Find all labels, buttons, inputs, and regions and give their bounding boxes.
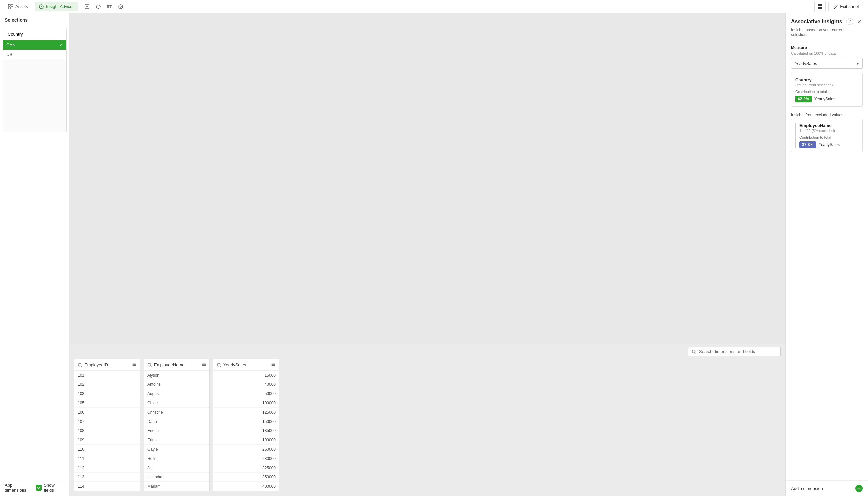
insights-close-button[interactable]: ✕ (855, 18, 863, 25)
select-tool[interactable] (82, 2, 92, 12)
insights-info-button[interactable]: ? (846, 18, 853, 25)
table-row: 150000 (214, 417, 279, 426)
svg-rect-1 (11, 4, 13, 6)
center-area: EmployeeID 101 102 103 105 106 107 108 1… (69, 13, 785, 496)
grid-view-button[interactable] (815, 1, 826, 12)
insight-advisor-tab[interactable]: Insight Advisor (35, 2, 78, 11)
current-selection-badge: 62.2% (795, 96, 812, 102)
table-row: Gayle (144, 445, 210, 454)
table-row: 105 (75, 398, 140, 408)
svg-point-6 (96, 5, 100, 8)
table-row: 103 (75, 389, 140, 398)
measure-dropdown[interactable]: YearlySales ▾ (791, 58, 863, 69)
filter-item-us[interactable]: US (3, 50, 66, 59)
excluded-card-contribution-label: Contribution to total (800, 135, 858, 139)
table-row: Darin (144, 417, 210, 426)
left-panel: Selections CAN (0, 13, 69, 496)
table-row: 190000 (214, 435, 279, 445)
svg-point-8 (119, 5, 123, 9)
svg-rect-10 (818, 4, 820, 6)
table-row: 101 (75, 371, 140, 380)
topbar-right: Edit sheet (815, 1, 864, 12)
table-row: 15000 (214, 371, 279, 380)
filter-search-input[interactable] (7, 32, 63, 37)
current-selection-card: Country (Your current selection) Contrib… (791, 73, 863, 107)
dimensions-section: App dimensions Show fields (0, 479, 69, 496)
selections-title: Selections (5, 17, 28, 22)
table-row: 114 (75, 482, 140, 491)
svg-point-17 (148, 363, 151, 366)
add-dimension-row[interactable]: Add a dimension + (786, 480, 868, 496)
svg-rect-12 (818, 7, 820, 9)
table-row: Holli (144, 454, 210, 463)
edit-sheet-label: Edit sheet (840, 4, 859, 9)
filter-item-can[interactable]: CAN ✓ (3, 40, 66, 50)
insight-advisor-tab-label: Insight Advisor (46, 4, 74, 9)
table-row: Enoch (144, 426, 210, 435)
current-selection-subtitle: (Your current selection) (795, 83, 858, 87)
filter-pane: CAN ✓ US (0, 26, 69, 479)
employeename-menu-btn[interactable] (202, 362, 206, 368)
right-panel: Associative insights ? ✕ Insights based … (785, 13, 868, 496)
brush-tool[interactable] (116, 2, 126, 12)
table-row: 40000 (214, 380, 279, 389)
table-row: 185000 (214, 426, 279, 435)
assets-tab[interactable]: Assets (4, 2, 32, 11)
table-row: Antoine (144, 380, 210, 389)
measure-dropdown-arrow: ▾ (857, 61, 859, 66)
table-row: 110 (75, 445, 140, 454)
svg-rect-7 (107, 5, 112, 8)
show-fields-checkbox[interactable] (36, 485, 42, 491)
show-fields-toggle[interactable]: Show fields (36, 483, 64, 493)
canvas-area (69, 13, 785, 344)
table-row: Erinn (144, 435, 210, 445)
main-layout: Selections CAN (0, 13, 868, 496)
svg-point-16 (78, 363, 81, 366)
svg-rect-0 (8, 4, 10, 6)
lasso-tool[interactable] (93, 2, 103, 12)
fields-area: EmployeeID 101 102 103 105 106 107 108 1… (69, 344, 785, 496)
insights-subtitle: Insights based on your current selection… (786, 28, 868, 41)
employeeid-menu-btn[interactable] (132, 362, 137, 368)
field-table-yearlysales-header: YearlySales (214, 359, 279, 371)
table-row: 108 (75, 426, 140, 435)
svg-rect-11 (820, 4, 822, 6)
measure-label: Measure (791, 45, 863, 50)
excluded-card-badge: 37.8% (800, 141, 816, 148)
table-row: 109 (75, 435, 140, 445)
table-row: 107 (75, 417, 140, 426)
excluded-card-field: YearlySales (819, 142, 839, 147)
range-tool[interactable] (105, 2, 114, 12)
add-dimension-label: Add a dimension (791, 486, 823, 491)
fields-search-input[interactable] (699, 349, 777, 354)
table-row: 250000 (214, 445, 279, 454)
table-row: Chloe (144, 398, 210, 408)
employeename-field-name: EmployeeName (154, 362, 200, 367)
fields-search-box (688, 347, 781, 356)
field-table-yearlysales: YearlySales 15000 40000 50000 100000 125… (213, 359, 279, 491)
excluded-card-bar (795, 123, 796, 148)
yearlysales-menu-btn[interactable] (271, 362, 276, 368)
table-row: 280000 (214, 454, 279, 463)
current-selection-contribution-label: Contribution to total (795, 90, 858, 94)
add-dimension-button[interactable]: + (855, 485, 863, 492)
svg-point-15 (692, 350, 695, 353)
filter-value-can: CAN (6, 42, 15, 47)
svg-point-18 (217, 363, 220, 366)
selections-header: Selections (0, 13, 69, 26)
table-row: 106 (75, 408, 140, 417)
topbar: Assets Insight Advisor Edit sheet (0, 0, 868, 13)
current-selection-field: YearlySales (815, 97, 835, 101)
current-selection-contribution-bar: 62.2% YearlySales (795, 96, 858, 102)
table-row: 350000 (214, 472, 279, 482)
table-row: Ja (144, 463, 210, 472)
filter-search-row (3, 29, 66, 40)
filter-list-icon[interactable] (65, 30, 66, 38)
table-row: 102 (75, 380, 140, 389)
edit-sheet-button[interactable]: Edit sheet (828, 2, 864, 11)
svg-rect-3 (11, 7, 13, 9)
table-row: 100000 (214, 398, 279, 408)
excluded-card-content: EmployeeName 1 of 20 (5% excluded) Contr… (800, 123, 858, 148)
svg-rect-13 (820, 7, 822, 9)
table-row: Christine (144, 408, 210, 417)
